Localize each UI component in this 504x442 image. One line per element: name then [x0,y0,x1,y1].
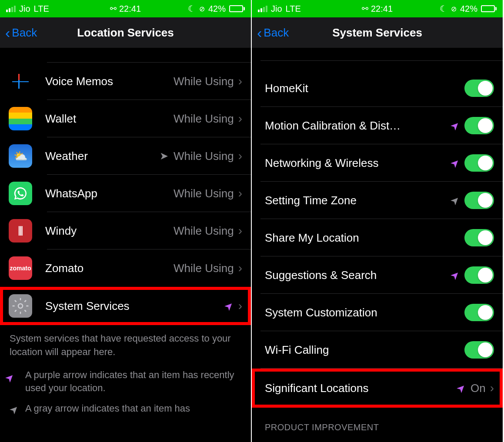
footer-gray-text: A gray arrow indicates that an item has [25,402,190,417]
lock-icon: ⊘ [451,5,457,13]
row-suggestions-search[interactable]: Suggestions & Search ➤ [252,256,503,294]
row-wifi-calling[interactable]: Wi-Fi Calling [252,331,503,369]
row-label: System Services [45,299,224,313]
toggle-switch[interactable] [464,80,494,97]
row-motion-calibration[interactable]: Motion Calibration & Dist… ➤ [252,107,503,144]
row-homekit[interactable]: HomeKit [252,70,503,107]
location-services-list[interactable]: Support While Using › Voice Memos While … [0,48,251,442]
row-label: Voice Memos [45,75,174,88]
right-phone: Jio LTE ⚯ 22:41 ☾ ⊘ 42% ‹ Back System Se… [252,0,504,442]
row-zomato[interactable]: zomato Zomato While Using › [0,249,251,287]
toggle-switch[interactable] [464,192,494,209]
lock-icon: ⊘ [199,5,205,13]
section-header-product-improvement: PRODUCT IMPROVEMENT [252,408,503,435]
carrier-label: Jio [19,4,30,14]
row-setting-time-zone[interactable]: Setting Time Zone ➤ [252,182,503,219]
row-label: HomeKit [265,82,464,95]
nav-header: ‹ Back Location Services [0,17,251,48]
chevron-right-icon: › [490,381,494,395]
time-label: 22:41 [119,4,141,14]
chevron-right-icon: › [238,261,242,275]
left-phone: Jio LTE ⚯ 22:41 ☾ ⊘ 42% ‹ Back Location … [0,0,252,442]
row-label: Wi-Fi Calling [265,343,464,357]
row-value: While Using [174,262,234,275]
row-value: While Using [174,150,234,163]
battery-icon [229,5,245,12]
row-system-services[interactable]: System Services ➤ › [0,287,251,325]
battery-percent: 42% [460,4,477,14]
signal-icon [258,6,267,12]
back-button[interactable]: ‹ Back [5,25,37,40]
page-title: System Services [332,26,422,40]
row-value: On [471,382,486,395]
row-value: While Using [174,112,234,126]
moon-icon: ☾ [188,3,196,14]
row-value: While Using [174,224,234,238]
row-label: Setting Time Zone [265,194,451,207]
row-system-customization[interactable]: System Customization [252,294,503,331]
link-icon: ⚯ [362,4,368,13]
location-arrow-icon: ➤ [160,150,168,162]
row-label: Significant Locations [265,382,457,395]
moon-icon: ☾ [440,3,447,14]
row-whatsapp[interactable]: WhatsApp While Using › [0,175,251,212]
back-chevron-icon: ‹ [5,25,10,40]
gear-icon [9,294,32,318]
row-value: While Using [174,187,234,200]
footer-intro: System services that have requested acce… [10,332,241,359]
row-label: Share My Location [265,231,464,245]
row-label: Suggestions & Search [265,269,451,282]
row-wallet[interactable]: Wallet While Using › [0,100,251,137]
back-chevron-icon: ‹ [257,25,262,40]
status-bar: Jio LTE ⚯ 22:41 ☾ ⊘ 42% [252,0,503,17]
toggle-switch[interactable] [464,154,494,172]
row-label: Zomato [45,262,174,275]
battery-percent: 42% [208,4,226,14]
toggle-switch[interactable] [464,117,494,134]
footer-explanation: System services that have requested acce… [0,325,251,431]
nav-header: ‹ Back System Services [252,17,503,48]
row-label: Motion Calibration & Dist… [265,119,451,133]
location-arrow-icon: ➤ [1,369,27,395]
voice-memos-icon [9,70,32,93]
row-partial-top[interactable]: . ➤ [252,48,503,61]
row-share-my-location[interactable]: Share My Location [252,219,503,256]
signal-icon [6,6,16,12]
page-title: Location Services [77,26,174,40]
toggle-switch[interactable] [464,304,494,321]
row-label: Windy [45,224,174,238]
toggle-switch[interactable] [464,229,494,246]
status-bar: Jio LTE ⚯ 22:41 ☾ ⊘ 42% [0,0,251,17]
row-label: Weather [45,150,160,163]
chevron-right-icon: › [238,112,242,126]
network-label: LTE [286,4,301,14]
row-label: System Customization [265,306,464,319]
back-button[interactable]: ‹ Back [257,25,289,40]
system-services-list[interactable]: . ➤ HomeKit Motion Calibration & Dist… ➤… [252,48,503,442]
toggle-switch[interactable] [464,341,494,359]
chevron-right-icon: › [238,74,242,88]
zomato-icon: zomato [9,256,32,280]
row-windy[interactable]: ⦀ Windy While Using › [0,212,251,249]
row-support[interactable]: Support While Using › [0,48,251,63]
row-weather[interactable]: ⛅ Weather ➤ While Using › [0,137,251,175]
location-arrow-icon: ➤ [6,401,22,418]
chevron-right-icon: › [238,299,242,313]
row-networking-wireless[interactable]: Networking & Wireless ➤ [252,144,503,182]
back-label: Back [12,26,37,40]
svg-point-0 [18,304,23,308]
back-label: Back [264,26,289,40]
footer-purple-text: A purple arrow indicates that an item ha… [25,369,241,395]
windy-icon: ⦀ [9,219,32,243]
link-icon: ⚯ [110,4,117,13]
network-label: LTE [34,4,49,14]
weather-icon: ⛅ [9,144,32,168]
wallet-icon [9,107,32,130]
toggle-switch[interactable] [464,266,494,284]
row-voice-memos[interactable]: Voice Memos While Using › [0,63,251,100]
row-significant-locations[interactable]: Significant Locations ➤ On › [252,369,503,408]
battery-icon [481,5,497,12]
row-label: Wallet [45,112,174,126]
time-label: 22:41 [371,4,393,14]
row-label: WhatsApp [45,187,174,200]
